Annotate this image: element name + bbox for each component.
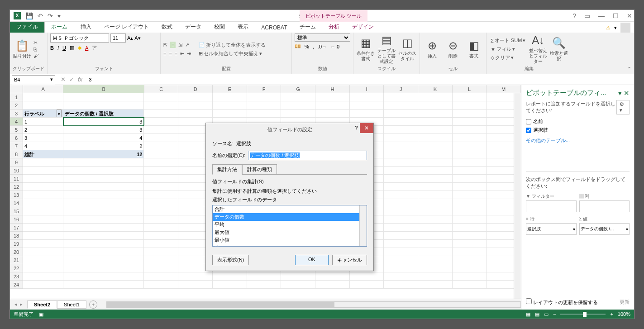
cell[interactable]	[453, 232, 487, 240]
font-size-input[interactable]	[110, 33, 126, 43]
cell[interactable]	[63, 248, 144, 256]
name-box[interactable]: B4▾	[12, 75, 55, 84]
cell[interactable]	[281, 272, 315, 281]
decrease-decimal-icon[interactable]: ←.0	[330, 44, 339, 49]
tab-view[interactable]: 表示	[231, 21, 255, 33]
summary-option[interactable]: 最大値	[213, 229, 367, 236]
col-header-J[interactable]: J	[384, 85, 418, 93]
col-header-B[interactable]: B	[63, 85, 144, 93]
cancel-formula-icon[interactable]: ✕	[61, 76, 66, 83]
col-header-H[interactable]: H	[315, 85, 350, 93]
cell[interactable]	[418, 272, 453, 281]
increase-font-icon[interactable]: A▴	[127, 35, 133, 41]
cell[interactable]	[453, 199, 487, 207]
save-icon[interactable]: 💾	[25, 12, 33, 19]
cell[interactable]	[144, 240, 178, 248]
cell[interactable]: 4	[63, 134, 144, 142]
align-left-icon[interactable]: ≡	[163, 51, 166, 57]
row-header[interactable]: 18	[10, 232, 23, 240]
cell[interactable]	[144, 101, 178, 110]
cell[interactable]	[418, 142, 453, 150]
zoom-in-icon[interactable]: +	[610, 311, 613, 317]
cell[interactable]	[384, 142, 418, 150]
zone-columns-box[interactable]	[579, 200, 630, 212]
view-page-layout-icon[interactable]: ▤	[535, 311, 539, 317]
cell[interactable]	[144, 264, 178, 272]
tab-data[interactable]: データ	[179, 21, 208, 33]
cell[interactable]	[247, 110, 281, 118]
cell[interactable]	[23, 281, 63, 289]
cell[interactable]	[144, 142, 178, 150]
dialog-help-icon[interactable]: ?	[355, 125, 358, 130]
cell[interactable]	[144, 118, 178, 126]
cell[interactable]	[453, 142, 487, 150]
cell[interactable]	[453, 150, 487, 158]
row-header[interactable]: 5	[10, 126, 23, 134]
cell[interactable]	[418, 264, 453, 272]
cell[interactable]	[418, 224, 453, 232]
cell[interactable]	[384, 150, 418, 158]
cell[interactable]	[23, 240, 63, 248]
cell[interactable]: 行ラベル ▾	[23, 110, 63, 118]
row-header[interactable]: 2	[10, 101, 23, 110]
number-format-button[interactable]: 表示形式(N)	[212, 255, 249, 265]
cell[interactable]	[144, 167, 178, 175]
cell[interactable]	[453, 272, 487, 281]
cell[interactable]	[384, 232, 418, 240]
cell[interactable]	[213, 101, 247, 110]
cell[interactable]	[63, 191, 144, 199]
cell[interactable]	[63, 224, 144, 232]
cell[interactable]	[418, 150, 453, 158]
cell[interactable]	[418, 248, 453, 256]
cell[interactable]	[144, 199, 178, 207]
paste-button[interactable]: 📋貼り付け	[13, 35, 32, 64]
summary-option[interactable]: 合計	[213, 205, 367, 213]
cell[interactable]	[453, 224, 487, 232]
cell[interactable]	[23, 167, 63, 175]
cell[interactable]	[315, 110, 350, 118]
cell[interactable]	[144, 191, 178, 199]
row-header[interactable]: 6	[10, 134, 23, 142]
cell[interactable]	[453, 240, 487, 248]
cell[interactable]	[453, 110, 487, 118]
cell[interactable]	[23, 232, 63, 240]
cell[interactable]	[213, 110, 247, 118]
sort-filter-button[interactable]: A↓並べ替えとフィルター	[529, 35, 548, 64]
tab-home[interactable]: ホーム	[44, 21, 74, 33]
align-middle-icon[interactable]: ≡	[170, 42, 176, 48]
view-page-break-icon[interactable]: ▭	[544, 311, 549, 317]
cell[interactable]	[384, 281, 418, 289]
cut-icon[interactable]: ✂	[33, 40, 38, 46]
col-header-C[interactable]: C	[144, 85, 179, 93]
dialog-tab-show-as[interactable]: 計算の種類	[242, 164, 277, 175]
cell[interactable]	[418, 215, 453, 224]
cell[interactable]	[23, 272, 63, 281]
cell[interactable]	[213, 93, 247, 101]
cell[interactable]	[63, 215, 144, 224]
cell[interactable]	[418, 101, 453, 110]
comma-icon[interactable]: ,	[313, 44, 314, 49]
row-header[interactable]: 15	[10, 207, 23, 215]
col-header-K[interactable]: K	[418, 85, 453, 93]
cell[interactable]	[144, 232, 178, 240]
cell[interactable]	[63, 232, 144, 240]
cell[interactable]	[453, 264, 487, 272]
cell[interactable]	[144, 175, 178, 183]
indent-increase-icon[interactable]: ⇥	[187, 51, 191, 57]
cell[interactable]	[213, 281, 247, 289]
cell[interactable]	[384, 224, 418, 232]
cell[interactable]	[63, 272, 144, 281]
tab-page-layout[interactable]: ページ レイアウト	[98, 21, 155, 33]
cell[interactable]	[63, 183, 144, 191]
cell[interactable]	[418, 191, 453, 199]
zoom-slider[interactable]	[560, 314, 606, 315]
cell[interactable]	[144, 150, 178, 158]
format-painter-icon[interactable]: 🖌	[33, 53, 38, 58]
cell[interactable]	[247, 281, 281, 289]
cell[interactable]	[350, 110, 384, 118]
cell[interactable]	[63, 175, 144, 183]
cell[interactable]	[23, 199, 63, 207]
cell[interactable]	[384, 248, 418, 256]
col-header-A[interactable]: A	[23, 85, 63, 93]
cell[interactable]	[418, 134, 453, 142]
